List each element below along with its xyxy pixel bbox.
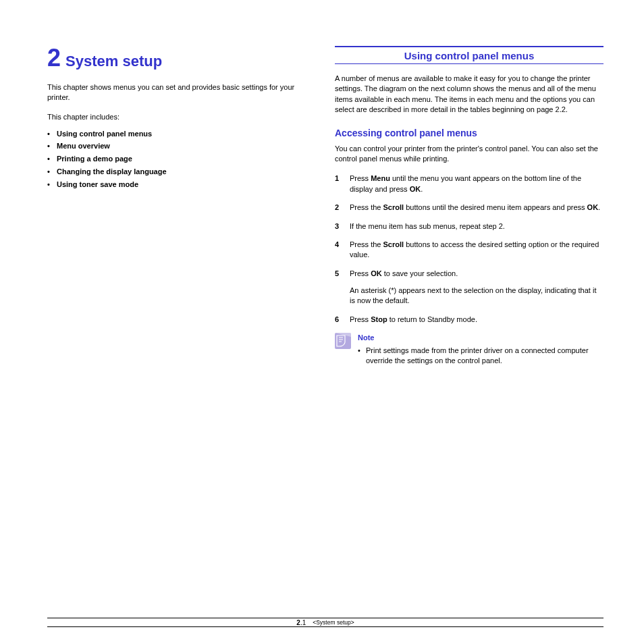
step-body: Press Menu until the menu you want appea…	[350, 173, 603, 194]
step-subtext: An asterisk (*) appears next to the sele…	[350, 286, 603, 306]
subsection-intro: You can control your printer from the pr…	[335, 144, 603, 165]
right-column: Using control panel menus A number of me…	[335, 46, 603, 366]
subheading: Accessing control panel menus	[335, 128, 603, 138]
list-item[interactable]: Using control panel menus	[47, 128, 317, 140]
step-text: Press the	[350, 240, 383, 248]
left-column: 2 System setup This chapter shows menus …	[47, 46, 317, 366]
step-number: 2	[335, 203, 350, 213]
ui-label: OK	[410, 185, 421, 193]
ui-label: Menu	[371, 174, 390, 182]
step: 1 Press Menu until the menu you want app…	[335, 173, 603, 194]
note-title: Note	[358, 333, 603, 343]
list-item[interactable]: Menu overview	[47, 140, 317, 153]
note-content: Note Print settings made from the printe…	[358, 333, 603, 366]
chapter-intro: This chapter shows menus you can set and…	[47, 82, 317, 103]
list-item[interactable]: Using toner save mode	[47, 178, 317, 191]
note-text: Print settings made from the printer dri…	[358, 346, 603, 367]
step-text: Press the	[350, 203, 383, 211]
ui-label: Stop	[371, 315, 387, 323]
ui-label: OK	[587, 203, 599, 211]
step-body: Press the Scroll buttons to access the d…	[350, 240, 603, 261]
list-item[interactable]: Printing a demo page	[47, 153, 317, 165]
footer-tag: <System setup>	[313, 619, 354, 626]
step: 5 Press OK to save your selection. An as…	[335, 269, 603, 306]
chapter-number: 2	[47, 44, 61, 72]
step: 2 Press the Scroll buttons until the des…	[335, 203, 603, 213]
step-number: 3	[335, 221, 350, 232]
chapter-title: System setup	[65, 53, 162, 70]
ui-label: OK	[371, 269, 382, 277]
step-text: buttons until the desired menu item appe…	[404, 203, 587, 211]
ui-label: Scroll	[383, 203, 404, 211]
footer-page-rest: .1	[300, 619, 306, 626]
step-text: Press	[350, 269, 371, 277]
step-body: Press OK to save your selection. An aste…	[350, 269, 603, 306]
chapter-heading: 2 System setup	[47, 46, 317, 70]
step-number: 4	[335, 240, 350, 261]
step-text: .	[598, 203, 600, 211]
step-text: Press	[350, 315, 371, 323]
step-number: 1	[335, 173, 350, 194]
note-icon	[335, 333, 351, 349]
step: 6 Press Stop to return to Standby mode.	[335, 315, 603, 325]
list-item[interactable]: Changing the display language	[47, 165, 317, 178]
step-body: Press the Scroll buttons until the desir…	[350, 203, 603, 213]
step: 4 Press the Scroll buttons to access the…	[335, 240, 603, 261]
step-number: 6	[335, 315, 350, 325]
step: 3 If the menu item has sub menus, repeat…	[335, 221, 603, 232]
section-heading: Using control panel menus	[335, 46, 603, 64]
step-body: Press Stop to return to Standby mode.	[350, 315, 603, 325]
step-number: 5	[335, 269, 350, 306]
step-text: If the menu item has sub menus, repeat s…	[350, 222, 505, 230]
step-text: to save your selection.	[382, 269, 458, 277]
step-text: Press	[350, 174, 371, 182]
page-columns: 2 System setup This chapter shows menus …	[47, 46, 603, 366]
chapter-includes-list: Using control panel menus Menu overview …	[47, 128, 317, 190]
steps-list: 1 Press Menu until the menu you want app…	[335, 173, 603, 325]
step-text: to return to Standby mode.	[387, 315, 477, 323]
ui-label: Scroll	[383, 240, 404, 248]
includes-label: This chapter includes:	[47, 113, 317, 121]
step-text: .	[421, 185, 423, 193]
step-body: If the menu item has sub menus, repeat s…	[350, 221, 603, 232]
page-footer: 2.1 <System setup>	[47, 618, 603, 627]
note-block: Note Print settings made from the printe…	[335, 333, 603, 366]
section-intro-text: A number of menus are available to make …	[335, 74, 603, 115]
